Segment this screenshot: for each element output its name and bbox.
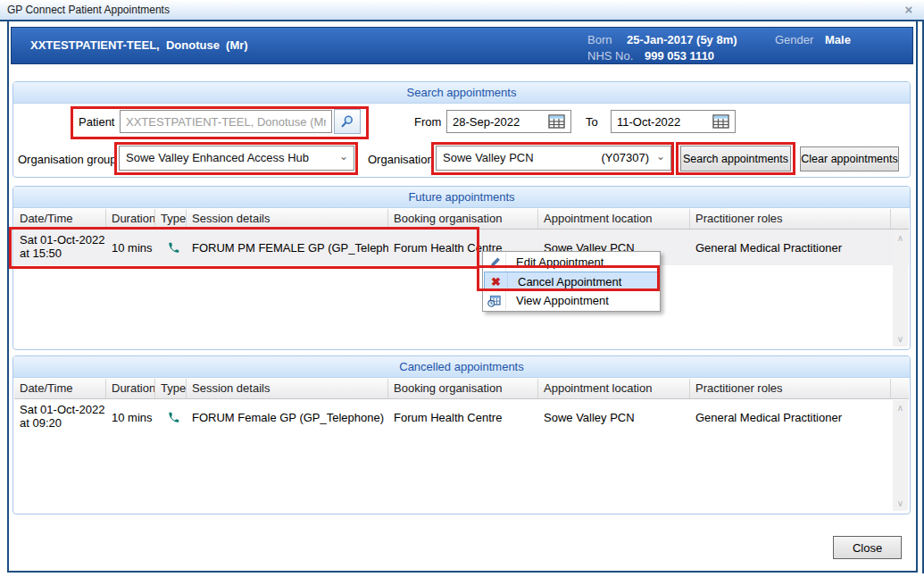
organisation-dropdown[interactable]: Sowe Valley PCN (Y07307) ⌄ xyxy=(436,146,671,171)
cancel-icon: ✖ xyxy=(485,272,508,291)
cancelled-table-header: Date/Time Duration Type Session details … xyxy=(14,379,909,399)
future-table-header: Date/Time Duration Type Session details … xyxy=(14,209,909,230)
frame-right xyxy=(916,21,918,573)
col-appointment-location: Appointment location xyxy=(538,379,690,398)
patient-label: Patient xyxy=(79,115,114,129)
cancelled-appointment-row[interactable]: Sat 01-Oct-2022 at 09:20 10 mins FORUM F… xyxy=(14,399,909,435)
organisation-group-value: Sowe Valley Enhanced Access Hub xyxy=(126,151,309,164)
edit-icon xyxy=(483,253,506,272)
patient-name: XXTESTPATIENT-TEEL, Donotuse (Mr) xyxy=(30,38,248,52)
cell-date-time: Sat 01-Oct-2022 at 15:50 xyxy=(14,230,106,265)
organisation-code: (Y07307) xyxy=(602,146,649,170)
gender-value: Male xyxy=(825,33,851,46)
window-titlebar: GP Connect Patient Appointments × xyxy=(0,0,924,20)
gp-connect-appointments-dialog: GP Connect Patient Appointments × XXTEST… xyxy=(0,0,924,577)
organisation-value: Sowe Valley PCN xyxy=(443,151,534,164)
menu-item-cancel-appointment[interactable]: ✖ Cancel Appointment xyxy=(484,272,659,291)
scroll-down-icon[interactable]: ∨ xyxy=(893,334,908,344)
scroll-up-icon[interactable]: ∧ xyxy=(893,233,908,243)
chevron-down-icon: ⌄ xyxy=(339,145,348,168)
cancelled-table-scrollbar[interactable]: ∧ ∨ xyxy=(893,400,908,511)
born-label: Born xyxy=(587,33,612,46)
col-booking-organisation: Booking organisation xyxy=(388,379,538,398)
to-label: To xyxy=(586,115,598,129)
cell-session-details: FORUM Female GP (GP_Telephone) xyxy=(187,399,388,435)
frame-left xyxy=(7,21,9,573)
future-panel-title: Future appointments xyxy=(13,187,910,208)
col-practitioner-roles: Practitioner roles xyxy=(690,209,891,229)
nhs-label: NHS No. xyxy=(587,49,633,63)
col-date-time: Date/Time xyxy=(14,209,106,229)
close-button[interactable]: Close xyxy=(833,536,902,559)
cell-duration: 10 mins xyxy=(106,399,155,435)
future-appointment-row[interactable]: Sat 01-Oct-2022 at 15:50 10 mins FORUM P… xyxy=(14,230,909,265)
col-practitioner-roles: Practitioner roles xyxy=(690,379,891,398)
col-session-details: Session details xyxy=(187,209,388,229)
col-type: Type xyxy=(155,209,187,229)
search-panel-title: Search appointments xyxy=(13,82,910,104)
search-appointments-button[interactable]: Search appointments xyxy=(680,146,791,171)
cancelled-appointments-panel: Cancelled appointments Date/Time Duratio… xyxy=(12,355,911,514)
cell-practitioner-roles: General Medical Practitioner xyxy=(690,230,891,265)
to-calendar-icon[interactable] xyxy=(712,114,729,129)
cancelled-panel-title: Cancelled appointments xyxy=(13,356,910,378)
cell-appointment-location: Sowe Valley PCN xyxy=(538,399,690,435)
clear-appointments-button[interactable]: Clear appointments xyxy=(800,146,899,171)
col-booking-organisation: Booking organisation xyxy=(388,209,538,229)
col-appointment-location: Appointment location xyxy=(538,209,690,229)
col-session-details: Session details xyxy=(187,379,388,398)
cell-duration: 10 mins xyxy=(106,230,155,265)
telephone-icon xyxy=(168,412,179,423)
view-icon xyxy=(483,291,506,310)
chevron-down-icon: ⌄ xyxy=(656,145,665,168)
telephone-icon xyxy=(168,242,179,254)
col-date-time: Date/Time xyxy=(14,379,106,398)
menu-item-edit-appointment[interactable]: Edit Appointment xyxy=(483,253,660,272)
born-value: 25-Jan-2017 (5y 8m) xyxy=(627,33,737,46)
organisation-group-label: Organisation group xyxy=(18,153,117,166)
patient-search-button[interactable] xyxy=(334,109,361,134)
appointment-context-menu: Edit Appointment ✖ Cancel Appointment xyxy=(482,251,661,312)
cell-type xyxy=(155,230,187,265)
col-duration: Duration xyxy=(106,379,155,398)
col-duration: Duration xyxy=(106,209,155,229)
organisation-group-dropdown[interactable]: Sowe Valley Enhanced Access Hub ⌄ xyxy=(119,146,354,171)
cell-booking-organisation: Forum Health Centre xyxy=(388,399,538,435)
frame-bottom xyxy=(7,571,918,573)
future-table-scrollbar[interactable]: ∧ ∨ xyxy=(893,230,908,347)
scroll-up-icon[interactable]: ∧ xyxy=(893,403,908,413)
scroll-down-icon[interactable]: ∨ xyxy=(893,498,908,508)
frame-top xyxy=(0,20,924,21)
future-appointments-panel: Future appointments Date/Time Duration T… xyxy=(12,186,911,350)
from-calendar-icon[interactable] xyxy=(548,114,565,129)
col-type: Type xyxy=(155,379,187,398)
organisation-label: Organisation xyxy=(368,153,434,166)
gender-label: Gender xyxy=(775,33,813,46)
window-title: GP Connect Patient Appointments xyxy=(7,0,170,20)
patient-banner: XXTESTPATIENT-TEEL, Donotuse (Mr) Born 2… xyxy=(11,27,913,64)
cell-practitioner-roles: General Medical Practitioner xyxy=(690,399,891,435)
patient-input[interactable] xyxy=(120,110,332,133)
menu-item-view-appointment[interactable]: View Appointment xyxy=(483,291,660,310)
cell-date-time: Sat 01-Oct-2022 at 09:20 xyxy=(14,399,106,435)
from-label: From xyxy=(414,115,441,129)
nhs-value: 999 053 1110 xyxy=(645,49,714,63)
window-close-icon[interactable]: × xyxy=(900,1,918,19)
cell-session-details: FORUM PM FEMALE GP (GP_Telephone) xyxy=(187,230,388,265)
cell-type xyxy=(155,399,187,435)
search-icon xyxy=(340,114,354,129)
